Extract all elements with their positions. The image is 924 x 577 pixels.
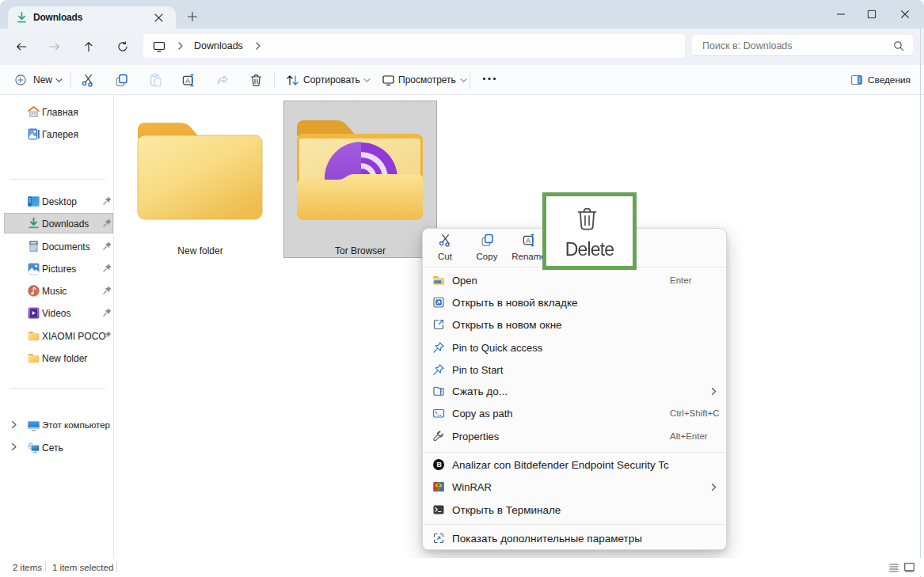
svg-text:B: B xyxy=(436,461,442,469)
svg-text:A: A xyxy=(526,237,530,245)
svg-text:A: A xyxy=(185,77,190,85)
